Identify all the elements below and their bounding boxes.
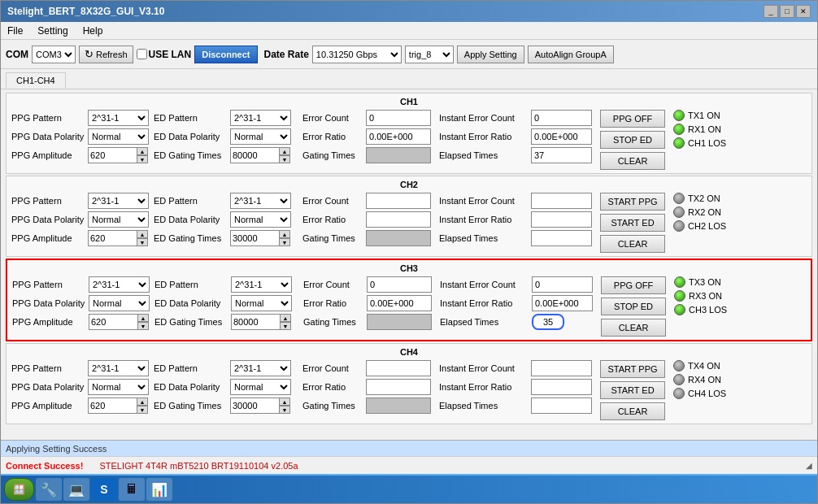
ch4-error-ratio-input[interactable] (366, 379, 431, 395)
ch3-ed-pattern-select[interactable]: 2^31-1 (231, 276, 292, 293)
taskbar-icon-tools[interactable]: 🔧 (36, 478, 62, 501)
ch2-ppg-amplitude-down[interactable]: ▼ (137, 238, 148, 246)
ch4-elapsed-input[interactable] (531, 398, 592, 414)
ch2-elapsed-input[interactable] (531, 230, 592, 246)
ch2-ppg-amplitude-input[interactable] (88, 230, 137, 246)
tab-ch1-ch4[interactable]: CH1-CH4 (6, 72, 66, 89)
ch3-instant-ratio-input[interactable] (532, 295, 593, 311)
ch4-btn1[interactable]: START PPG (600, 360, 665, 378)
ch3-ppg-amplitude-input[interactable] (89, 314, 137, 330)
ch1-ppg-pattern-select[interactable]: 2^31-1 (88, 110, 149, 126)
ch1-ed-pattern-select[interactable]: 2^31-1 (230, 110, 291, 126)
ch4-ed-polarity-select[interactable]: Normal (230, 379, 291, 395)
ch1-btn1[interactable]: PPG OFF (600, 110, 665, 128)
ch1-ppg-amplitude-input[interactable] (88, 147, 137, 163)
ch4-error-count-input[interactable] (366, 360, 431, 376)
maximize-button[interactable]: □ (780, 5, 794, 18)
ch4-ppg-amplitude-input[interactable] (88, 398, 137, 414)
apply-setting-button[interactable]: Apply Setting (457, 46, 524, 63)
ch4-ed-gating-down[interactable]: ▼ (279, 406, 290, 414)
ch4-instant-ratio-input[interactable] (531, 379, 592, 395)
ch1-ppg-amplitude-up[interactable]: ▲ (137, 147, 148, 155)
com-select[interactable]: COM3 (32, 46, 76, 63)
ch4-instant-count-input[interactable] (531, 360, 592, 376)
ch3-error-count-input[interactable] (367, 276, 432, 293)
trig-select[interactable]: trig_8 (405, 46, 454, 63)
ch2-ed-polarity-select[interactable]: Normal (230, 211, 291, 228)
ch4-ppg-amplitude-down[interactable]: ▼ (137, 406, 148, 414)
ch3-ppg-polarity-select[interactable]: Normal (89, 295, 150, 311)
ch2-main-row: PPG Pattern2^31-1PPG Data PolarityNormal… (11, 193, 807, 253)
ch1-error-ratio-input[interactable] (366, 128, 431, 145)
ch1-elapsed-input[interactable] (531, 147, 592, 163)
taskbar-icon-app[interactable]: S (91, 478, 117, 501)
ch2-ppg-polarity-row: PPG Data PolarityNormal (11, 211, 149, 228)
ch4-ppg-polarity-select[interactable]: Normal (88, 379, 149, 395)
refresh-button[interactable]: ↻ Refresh (79, 46, 133, 63)
ch1-btn2[interactable]: STOP ED (600, 131, 665, 149)
ch1-ed-gating-up[interactable]: ▲ (279, 147, 290, 155)
use-lan-checkbox[interactable] (137, 49, 147, 59)
ch4-ppg-amplitude-up[interactable]: ▲ (137, 398, 148, 406)
ch2-ppg-polarity-select[interactable]: Normal (88, 211, 149, 228)
ch4-instant-area: Instant Error CountInstant Error RatioEl… (439, 360, 592, 414)
ch2-instant-count-input[interactable] (531, 193, 592, 209)
ch3-ppg-amplitude-down[interactable]: ▼ (137, 322, 149, 330)
ch3-instant-count-input[interactable] (532, 276, 593, 293)
ch4-ed-gating-up[interactable]: ▲ (279, 398, 290, 406)
ch4-ppg-pattern-select[interactable]: 2^31-1 (88, 360, 149, 376)
ch4-ed-gating-input[interactable] (230, 398, 279, 414)
ch3-ed-gating-input[interactable] (231, 314, 280, 330)
ch1-ppg-polarity-select[interactable]: Normal (88, 128, 149, 145)
ch3-ppg-amplitude-up[interactable]: ▲ (137, 314, 149, 322)
menu-setting[interactable]: Setting (34, 24, 71, 38)
ch2-error-count-input[interactable] (366, 193, 431, 209)
use-lan-label[interactable]: USE LAN (137, 49, 192, 60)
ch1-ppg-amplitude-down[interactable]: ▼ (137, 155, 148, 163)
close-button[interactable]: ✕ (796, 5, 811, 18)
start-button[interactable]: 🪟 (4, 478, 34, 501)
ch3-ed-gating-up[interactable]: ▲ (280, 314, 291, 322)
ch2-ppg-amplitude-up[interactable]: ▲ (137, 230, 148, 238)
ch3-ppg-pattern-select[interactable]: 2^31-1 (89, 276, 150, 293)
ch3-error-ratio-input[interactable] (367, 295, 432, 311)
ch1-ed-polarity-select[interactable]: Normal (230, 128, 291, 145)
ch4-ed-pattern-select[interactable]: 2^31-1 (230, 360, 291, 376)
ch3-ppg-polarity-row: PPG Data PolarityNormal (12, 295, 150, 311)
ch2-btn3[interactable]: CLEAR (600, 235, 665, 253)
ch1-ed-gating-input[interactable] (230, 147, 279, 163)
menu-help[interactable]: Help (80, 24, 107, 38)
ch3-btn1[interactable]: PPG OFF (601, 276, 666, 294)
ch1-btn3[interactable]: CLEAR (600, 152, 665, 170)
date-rate-select[interactable]: 10.31250 Gbps (312, 46, 402, 63)
ch1-error-count-input[interactable] (366, 110, 431, 126)
ch3-error-ratio-label: Error Ratio (303, 298, 364, 308)
ch2-ppg-pattern-select[interactable]: 2^31-1 (88, 193, 149, 209)
ch1-ed-gating-down[interactable]: ▼ (279, 155, 290, 163)
ch3-btn3[interactable]: CLEAR (601, 319, 666, 337)
ch2-btn2[interactable]: START ED (600, 214, 665, 232)
menu-file[interactable]: File (4, 24, 26, 38)
ch2-ppg-amplitude-spinner: ▲▼ (88, 230, 148, 246)
ch2-error-ratio-input[interactable] (366, 211, 431, 228)
ch2-instant-ratio-input[interactable] (531, 211, 592, 228)
ch2-ed-gating-up[interactable]: ▲ (279, 230, 290, 238)
ch2-btn1[interactable]: START PPG (600, 193, 665, 211)
ch3-ed-gating-down[interactable]: ▼ (280, 322, 291, 330)
taskbar-icon-calc[interactable]: 🖩 (119, 478, 145, 501)
ch3-ed-polarity-select[interactable]: Normal (231, 295, 292, 311)
ch1-instant-count-input[interactable] (531, 110, 592, 126)
taskbar-icon-chart[interactable]: 📊 (146, 478, 172, 501)
taskbar-icon-monitor[interactable]: 💻 (63, 478, 89, 501)
minimize-button[interactable]: _ (764, 5, 778, 18)
autoalign-button[interactable]: AutoAlign GroupA (528, 46, 614, 63)
ch2-ed-gating-input[interactable] (230, 230, 279, 246)
ch3-btn2[interactable]: STOP ED (601, 298, 666, 315)
disconnect-button[interactable]: Disconnect (194, 46, 257, 63)
ch2-ed-pattern-select[interactable]: 2^31-1 (230, 193, 291, 209)
ch2-ed-gating-down[interactable]: ▼ (279, 238, 290, 246)
ch4-btn3[interactable]: CLEAR (600, 402, 665, 420)
ch1-instant-ratio-input[interactable] (531, 128, 592, 145)
ch3-mid-col: ED Pattern2^31-1ED Data PolarityNormalED… (154, 276, 292, 332)
ch4-btn2[interactable]: START ED (600, 381, 665, 399)
